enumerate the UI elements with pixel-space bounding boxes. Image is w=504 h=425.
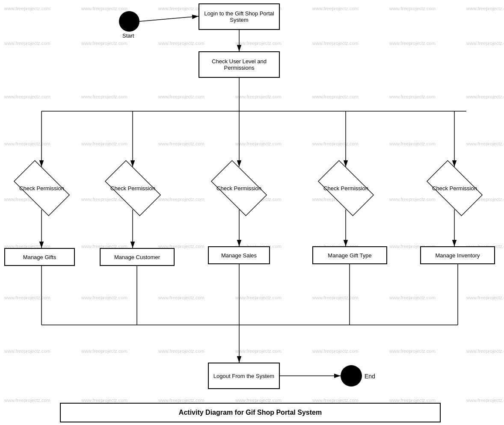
watermark: www.freeprojectz.com — [81, 295, 127, 300]
check-perm-diamond-2: Check Permission — [98, 167, 168, 210]
watermark: www.freeprojectz.com — [81, 348, 127, 354]
login-box: Login to the Gift Shop Portal System — [199, 3, 280, 30]
watermark: www.freeprojectz.com — [4, 295, 50, 300]
watermark: www.freeprojectz.com — [466, 348, 504, 354]
manage-sales-box: Manage Sales — [208, 246, 270, 264]
manage-inventory-box: Manage Inventory — [420, 246, 495, 264]
logout-box: Logout From the System — [208, 363, 280, 389]
watermark: www.freeprojectz.com — [389, 141, 436, 146]
watermark: www.freeprojectz.com — [466, 141, 504, 146]
check-perm-diamond-3: Check Permission — [204, 167, 274, 210]
watermark: www.freeprojectz.com — [235, 141, 282, 146]
manage-gifts-box: Manage Gifts — [4, 248, 75, 266]
manage-customer-box: Manage Customer — [100, 248, 175, 266]
end-circle — [341, 365, 362, 387]
watermark: www.freeprojectz.com — [389, 41, 436, 46]
watermark: www.freeprojectz.com — [312, 141, 359, 146]
watermark: www.freeprojectz.com — [389, 295, 436, 300]
watermark: www.freeprojectz.com — [235, 295, 282, 300]
watermark: www.freeprojectz.com — [312, 348, 359, 354]
watermark: www.freeprojectz.com — [312, 398, 359, 403]
watermark: www.freeprojectz.com — [81, 94, 127, 99]
watermark: www.freeprojectz.com — [466, 6, 504, 11]
watermark: www.freeprojectz.com — [389, 94, 436, 99]
check-perm-diamond-5: Check Permission — [419, 167, 490, 210]
watermark: www.freeprojectz.com — [312, 295, 359, 300]
watermark: www.freeprojectz.com — [235, 398, 282, 403]
start-label: Start — [122, 32, 134, 39]
watermark: www.freeprojectz.com — [158, 398, 205, 403]
watermark: www.freeprojectz.com — [4, 398, 50, 403]
watermark: www.freeprojectz.com — [235, 94, 282, 99]
watermark: www.freeprojectz.com — [81, 141, 127, 146]
watermark: www.freeprojectz.com — [466, 41, 504, 46]
title-box: Activity Diagram for Gif Shop Portal Sys… — [60, 403, 441, 422]
watermark: www.freeprojectz.com — [4, 141, 50, 146]
watermark: www.freeprojectz.com — [235, 348, 282, 354]
check-perm-diamond-1: Check Permission — [6, 167, 77, 210]
watermark: www.freeprojectz.com — [4, 348, 50, 354]
end-label: End — [365, 373, 375, 380]
watermark: www.freeprojectz.com — [4, 6, 50, 11]
watermark: www.freeprojectz.com — [235, 41, 282, 46]
svg-line-1 — [139, 16, 199, 21]
watermark: www.freeprojectz.com — [466, 398, 504, 403]
watermark: www.freeprojectz.com — [81, 398, 127, 403]
watermark: www.freeprojectz.com — [158, 41, 205, 46]
diagram-container: www.freeprojectz.com www.freeprojectz.co… — [0, 0, 504, 425]
check-perm-diamond-4: Check Permission — [311, 167, 381, 210]
watermark: www.freeprojectz.com — [389, 348, 436, 354]
watermark: www.freeprojectz.com — [158, 6, 205, 11]
watermark: www.freeprojectz.com — [312, 6, 359, 11]
watermark: www.freeprojectz.com — [466, 295, 504, 300]
check-permissions-box: Check User Level and Permissions — [199, 51, 280, 78]
watermark: www.freeprojectz.com — [158, 94, 205, 99]
watermark: www.freeprojectz.com — [312, 41, 359, 46]
watermark: www.freeprojectz.com — [158, 295, 205, 300]
watermark: www.freeprojectz.com — [81, 6, 127, 11]
watermark: www.freeprojectz.com — [81, 41, 127, 46]
watermark: www.freeprojectz.com — [389, 398, 436, 403]
watermark: www.freeprojectz.com — [312, 94, 359, 99]
watermark: www.freeprojectz.com — [389, 6, 436, 11]
watermark: www.freeprojectz.com — [4, 94, 50, 99]
watermark: www.freeprojectz.com — [158, 348, 205, 354]
watermark: www.freeprojectz.com — [4, 41, 50, 46]
watermark: www.freeprojectz.com — [158, 141, 205, 146]
watermark: www.freeprojectz.com — [466, 94, 504, 99]
manage-gift-type-box: Manage Gift Type — [312, 246, 387, 264]
start-circle — [119, 11, 139, 32]
